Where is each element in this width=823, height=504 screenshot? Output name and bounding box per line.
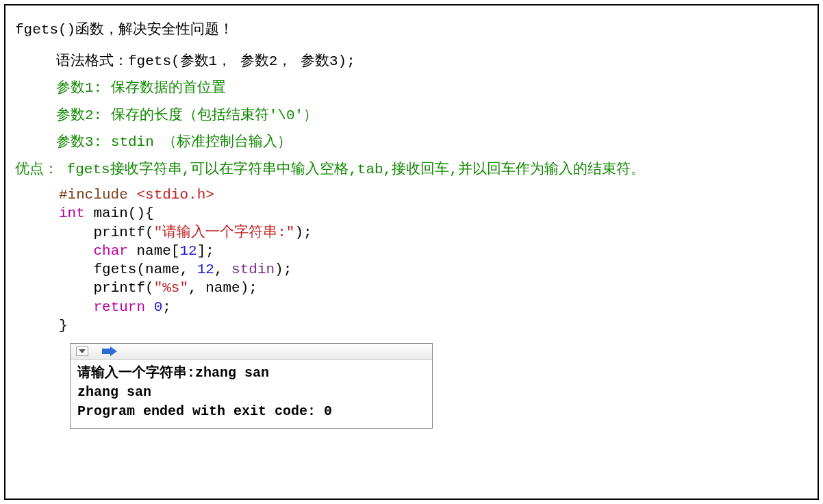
code-num-12b: 12	[197, 262, 214, 277]
svg-marker-0	[79, 349, 86, 353]
console-output: 请输入一个字符串:zhang san zhang san Program end…	[71, 360, 432, 428]
code-printf2: printf(	[93, 280, 153, 296]
code-kw-return: return	[93, 299, 145, 315]
code-block: #include <stdio.h> int main(){ printf("请…	[59, 186, 808, 335]
code-l5-end: );	[275, 262, 292, 277]
code-l5-mid: ,	[214, 262, 231, 277]
console-panel: 请输入一个字符串:zhang san zhang san Program end…	[70, 343, 433, 429]
param1-line: 参数1: 保存数据的首位置	[56, 77, 808, 99]
code-kw-int: int	[59, 205, 85, 221]
syntax-line: 语法格式：fgets(参数1， 参数2， 参数3);	[56, 49, 808, 73]
code-num-12a: 12	[179, 243, 197, 259]
code-stdin: stdin	[231, 262, 275, 277]
param2-line: 参数2: 保存的长度（包括结束符'\0'）	[56, 105, 808, 127]
code-l6-end: , name);	[188, 280, 257, 296]
arrow-right-icon[interactable]	[102, 346, 117, 356]
code-l7-sp	[145, 299, 154, 315]
code-num-0: 0	[154, 299, 163, 315]
code-str1: "请输入一个字符串:"	[154, 225, 295, 240]
code-printf1: printf	[93, 225, 145, 240]
code-main: main(){	[85, 205, 154, 221]
param3-line: 参数3: stdin （标准控制台输入）	[56, 131, 808, 153]
code-l4-end: ];	[197, 243, 214, 259]
code-kw-char: char	[93, 243, 127, 259]
console-line1: 请输入一个字符串:zhang san	[77, 365, 269, 381]
advantage-line: 优点： fgets接收字符串,可以在字符串中输入空格,tab,接收回车,并以回车…	[15, 159, 808, 181]
code-l3-end: );	[294, 225, 312, 240]
console-line3: Program ended with exit code: 0	[77, 403, 332, 419]
dropdown-icon[interactable]	[76, 346, 88, 356]
console-toolbar	[71, 344, 432, 360]
code-preproc: #include	[59, 187, 136, 203]
title-text: fgets()函数，解决安全性问题！	[15, 22, 233, 38]
svg-marker-1	[102, 346, 117, 356]
document-frame: fgets()函数，解决安全性问题！ 语法格式：fgets(参数1， 参数2， …	[4, 4, 819, 500]
code-fgets: fgets(name,	[93, 262, 197, 277]
code-str2: "%s"	[154, 280, 188, 296]
syntax-text: 语法格式：fgets(参数1， 参数2， 参数3);	[56, 53, 355, 69]
code-close-brace: }	[59, 318, 68, 333]
code-include: <stdio.h>	[136, 187, 214, 203]
console-line2: zhang san	[77, 384, 151, 400]
code-name-decl: name[	[128, 243, 180, 259]
title-line: fgets()函数，解决安全性问题！	[15, 18, 808, 41]
code-l7-end: ;	[162, 299, 171, 315]
